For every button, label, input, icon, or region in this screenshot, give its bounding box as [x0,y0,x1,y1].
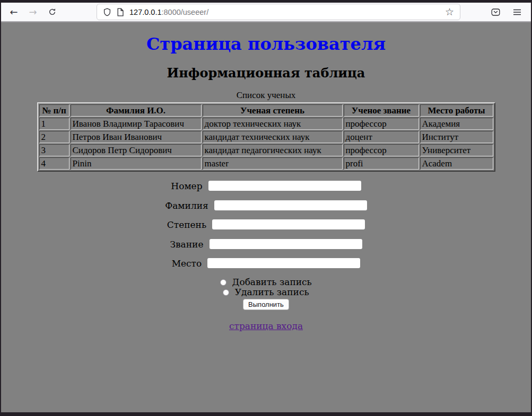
form-line-rank: Звание [1,238,531,250]
table-cell: доцент [344,131,419,143]
delete-record-option: Удалить запись [1,287,531,297]
add-record-radio[interactable] [220,279,226,286]
menu-hamburger-icon[interactable] [513,8,521,16]
browser-window: ← → 127.0.0.1:8000/useeer/ ☆ [0,0,532,416]
table-cell: Университет [420,144,493,156]
table-header-cell: Ученая степень [203,104,343,117]
degree-label: Степень [167,219,206,230]
reload-button[interactable] [43,4,60,20]
table-cell: кандидат технических наук [203,131,343,143]
table-cell: Сидоров Петр Сидорович [71,144,202,156]
page-info-icon[interactable] [117,8,124,16]
form-line-degree: Степень [1,219,531,230]
page-content: Страница пользователя Информационная таб… [1,22,531,412]
table-cell: доктор технических наук [203,118,343,130]
table-header-cell: № п/п [39,104,69,117]
toolbar-right-icons [491,8,528,16]
url-text[interactable]: 127.0.0.1:8000/useeer/ [129,8,440,16]
back-button[interactable]: ← [5,4,22,20]
add-record-option: Добавить запись [1,277,531,287]
reload-icon [48,8,56,16]
table-row: 2 Петров Иван Иванович кандидат техничес… [39,131,493,143]
forward-button[interactable]: → [24,4,41,20]
form-line-number: Номер [1,180,531,191]
table-caption: Список ученых [1,90,531,101]
pocket-icon[interactable] [491,8,500,16]
rank-input[interactable] [210,239,362,249]
delete-record-radio[interactable] [223,289,229,296]
table-cell: 1 [39,118,69,130]
form-line-surname: Фамилия [1,200,531,211]
table-cell: Academ [420,157,493,170]
table-header-cell: Место работы [420,104,493,117]
table-row: 4 Pinin master profi Academ [39,157,493,170]
table-cell: Институт [420,131,493,143]
table-cell: профессор [344,118,419,130]
table-cell: 3 [39,144,69,156]
table-cell: профессор [344,144,419,156]
table-header-cell: Фамилия И.О. [71,104,202,117]
degree-input[interactable] [212,219,365,229]
number-label: Номер [171,181,202,191]
surname-input[interactable] [214,200,367,210]
url-path: :8000/useeer/ [161,8,208,16]
login-page-link[interactable]: страница входа [229,321,303,331]
table-header-cell: Ученое звание [344,104,419,117]
table-cell: Петров Иван Иванович [71,131,202,143]
table-cell: Pinin [71,157,202,170]
number-input[interactable] [208,181,361,191]
table-cell: 4 [39,157,69,170]
link-row: страница входа [1,321,531,331]
table-cell: кандидат педагогических наук [203,144,343,156]
table-row: 1 Иванов Владимир Тарасович доктор техни… [39,118,493,130]
add-record-label: Добавить запись [232,277,312,287]
place-input[interactable] [207,258,360,268]
execute-button[interactable]: Выполнить [243,299,289,310]
surname-label: Фамилия [165,200,208,210]
url-bar[interactable]: 127.0.0.1:8000/useeer/ ☆ [97,4,460,20]
bookmark-star-icon[interactable]: ☆ [445,7,454,17]
scientists-table: № п/п Фамилия И.О. Ученая степень Ученое… [37,102,495,172]
table-cell: Академия [420,118,493,130]
delete-record-label: Удалить запись [235,287,309,297]
table-cell: 2 [39,131,69,143]
table-cell: master [203,157,343,170]
shield-icon [103,8,111,16]
table-cell: profi [344,157,419,170]
browser-toolbar: ← → 127.0.0.1:8000/useeer/ ☆ [1,3,531,22]
record-form: Номер Фамилия Степень Звание Место [1,180,531,310]
rank-label: Звание [170,238,203,249]
form-line-place: Место [1,258,531,269]
url-host: 127.0.0.1 [129,8,161,16]
table-header-row: № п/п Фамилия И.О. Ученая степень Ученое… [39,104,493,117]
table-row: 3 Сидоров Петр Сидорович кандидат педаго… [39,144,493,156]
page-title: Страница пользователя [1,34,531,54]
place-label: Место [172,258,202,269]
table-cell: Иванов Владимир Тарасович [71,118,202,130]
page-subtitle: Информационная таблица [1,65,531,81]
